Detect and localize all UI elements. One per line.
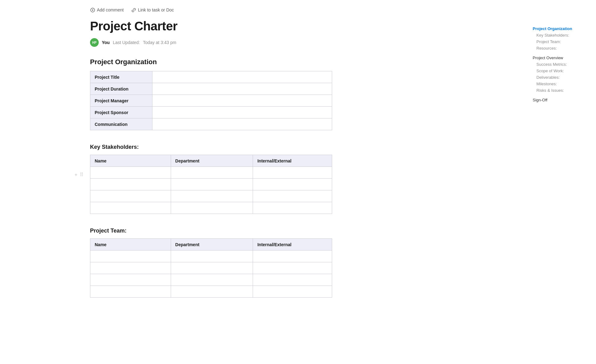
table-row: Project Duration: [90, 83, 332, 95]
table-row: [90, 274, 332, 286]
add-comment-button[interactable]: Add comment: [90, 6, 124, 14]
table-row: [90, 202, 332, 214]
table-cell[interactable]: [171, 286, 253, 298]
comment-icon: [90, 7, 95, 12]
toc-item-risks[interactable]: Risks & Issues:: [533, 87, 590, 94]
org-table: Project Title Project Duration Project M…: [90, 71, 332, 130]
meta-row: HP You Last Updated: Today at 3:43 pm: [90, 38, 416, 47]
table-cell[interactable]: [90, 202, 171, 214]
toc-sidebar: Project Organization Key Stakeholders: P…: [528, 0, 596, 109]
table-cell[interactable]: [253, 167, 332, 179]
block-actions: + ⠿: [74, 171, 84, 178]
column-header: Name: [90, 239, 171, 251]
table-row: [90, 167, 332, 179]
link-button[interactable]: Link to task or Doc: [131, 6, 174, 14]
team-block: Project Team: NameDepartmentInternal/Ext…: [90, 216, 416, 300]
table-row: Project Title: [90, 71, 332, 83]
table-row: Project Sponsor: [90, 107, 332, 118]
table-row: [90, 190, 332, 202]
org-value-cell[interactable]: [152, 83, 332, 95]
toc-section-org[interactable]: Project Organization: [533, 25, 590, 32]
table-cell[interactable]: [171, 251, 253, 262]
table-row: [90, 179, 332, 190]
page-title: Project Charter: [90, 19, 416, 33]
team-heading: Project Team:: [90, 228, 416, 234]
last-updated-label: Last Updated:: [113, 40, 140, 45]
table-cell[interactable]: [253, 179, 332, 190]
table-cell[interactable]: [90, 179, 171, 190]
org-value-cell[interactable]: [152, 107, 332, 118]
table-cell[interactable]: [171, 179, 253, 190]
toc-item-deliverables[interactable]: Deliverables:: [533, 74, 590, 81]
column-header: Internal/External: [253, 239, 332, 251]
stakeholders-block: + ⠿ Key Stakeholders: NameDepartmentInte…: [90, 133, 416, 216]
table-cell[interactable]: [90, 190, 171, 202]
org-label-cell: Project Title: [90, 71, 152, 83]
toc-item-success[interactable]: Success Metrics:: [533, 61, 590, 68]
org-label-cell: Project Manager: [90, 95, 152, 107]
column-header: Internal/External: [253, 155, 332, 167]
table-cell[interactable]: [90, 251, 171, 262]
author-name: You: [102, 40, 110, 45]
stakeholders-table: NameDepartmentInternal/External: [90, 155, 332, 214]
toc-item-stakeholders[interactable]: Key Stakeholders:: [533, 32, 590, 38]
table-row: [90, 262, 332, 274]
org-value-cell[interactable]: [152, 118, 332, 130]
avatar: HP: [90, 38, 99, 47]
main-content: Add comment Link to task or Doc Project …: [0, 0, 435, 364]
table-row: [90, 286, 332, 298]
column-header: Department: [171, 155, 253, 167]
table-row: [90, 251, 332, 262]
table-cell[interactable]: [253, 286, 332, 298]
toc-section-signoff[interactable]: Sign-Off: [533, 96, 590, 103]
table-cell[interactable]: [253, 262, 332, 274]
table-cell[interactable]: [253, 274, 332, 286]
org-label-cell: Project Sponsor: [90, 107, 152, 118]
toc-item-team[interactable]: Project Team:: [533, 38, 590, 45]
table-cell[interactable]: [253, 251, 332, 262]
last-updated-value: Today at 3:43 pm: [143, 40, 176, 45]
add-block-button[interactable]: +: [74, 171, 78, 178]
table-row: Communication: [90, 118, 332, 130]
drag-block-button[interactable]: ⠿: [79, 171, 84, 178]
toolbar: Add comment Link to task or Doc: [90, 6, 416, 14]
org-value-cell[interactable]: [152, 71, 332, 83]
table-cell[interactable]: [253, 190, 332, 202]
link-icon: [131, 7, 136, 12]
org-value-cell[interactable]: [152, 95, 332, 107]
toc-section-overview[interactable]: Project Overview: [533, 54, 590, 61]
org-label-cell: Communication: [90, 118, 152, 130]
table-cell[interactable]: [171, 274, 253, 286]
toc-item-milestones[interactable]: Milestones:: [533, 81, 590, 87]
table-cell[interactable]: [90, 262, 171, 274]
column-header: Name: [90, 155, 171, 167]
team-table: NameDepartmentInternal/External: [90, 238, 332, 298]
table-cell[interactable]: [171, 262, 253, 274]
table-cell[interactable]: [90, 286, 171, 298]
table-row: Project Manager: [90, 95, 332, 107]
stakeholders-heading: Key Stakeholders:: [90, 144, 416, 150]
toc-item-resources[interactable]: Resources:: [533, 45, 590, 51]
table-cell[interactable]: [253, 202, 332, 214]
org-label-cell: Project Duration: [90, 83, 152, 95]
section-org-heading: Project Organization: [90, 58, 416, 66]
table-cell[interactable]: [171, 167, 253, 179]
column-header: Department: [171, 239, 253, 251]
table-cell[interactable]: [171, 202, 253, 214]
table-cell[interactable]: [90, 274, 171, 286]
table-cell[interactable]: [90, 167, 171, 179]
toc-item-scope[interactable]: Scope of Work:: [533, 68, 590, 74]
table-cell[interactable]: [171, 190, 253, 202]
